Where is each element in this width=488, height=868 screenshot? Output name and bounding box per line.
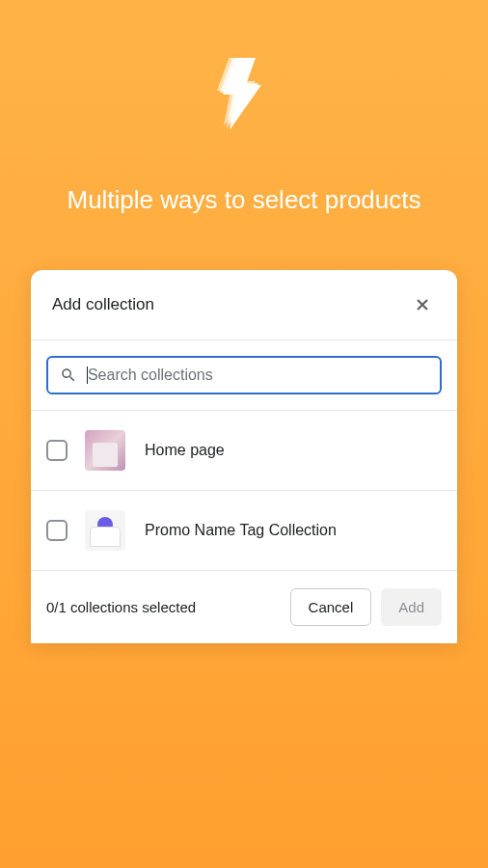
modal-title: Add collection: [52, 295, 154, 314]
add-collection-modal: Add collection Home page Promo Name Tag …: [31, 270, 457, 643]
close-button[interactable]: [409, 291, 436, 318]
cancel-button[interactable]: Cancel: [290, 588, 372, 626]
collection-thumbnail: [85, 430, 125, 471]
hero-title: Multiple ways to select products: [28, 182, 459, 217]
modal-footer: 0/1 collections selected Cancel Add: [31, 571, 457, 643]
search-icon: [60, 366, 77, 384]
collection-name: Home page: [145, 442, 225, 459]
footer-buttons: Cancel Add: [290, 588, 442, 626]
collection-thumbnail: [85, 510, 125, 551]
close-icon: [413, 295, 432, 314]
collection-name: Promo Name Tag Collection: [145, 522, 337, 539]
collection-item-home-page[interactable]: Home page: [31, 411, 457, 491]
modal-header: Add collection: [31, 270, 457, 340]
checkbox[interactable]: [46, 440, 68, 461]
collection-item-promo[interactable]: Promo Name Tag Collection: [31, 491, 457, 571]
selection-count: 0/1 collections selected: [46, 599, 196, 615]
add-button[interactable]: Add: [381, 588, 442, 626]
lightning-icon: [215, 58, 273, 182]
checkbox[interactable]: [46, 520, 68, 541]
search-input[interactable]: [88, 366, 428, 384]
hero-section: Multiple ways to select products: [0, 0, 488, 217]
search-section: [31, 340, 457, 411]
search-wrapper[interactable]: [46, 356, 442, 394]
